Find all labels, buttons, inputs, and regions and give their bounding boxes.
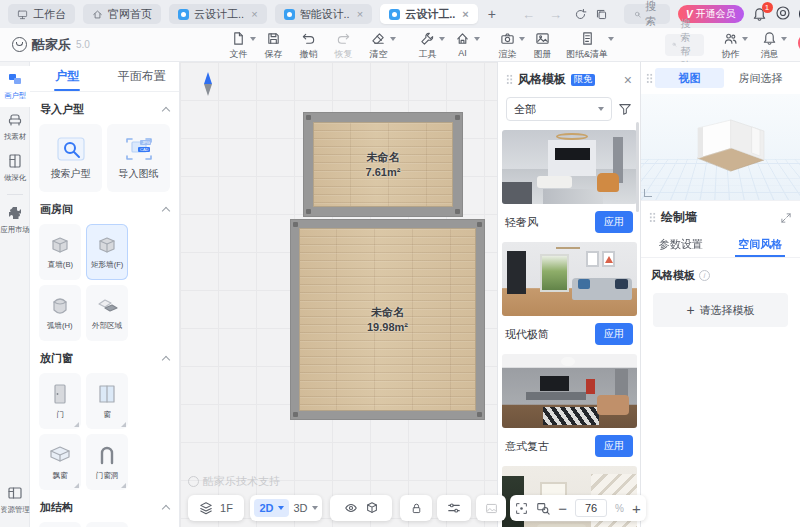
tool-arc-wall[interactable]: 弧墙(H)	[39, 285, 81, 341]
fit-view-icon[interactable]	[515, 502, 528, 515]
tab-layout[interactable]: 平面布置	[105, 62, 180, 91]
sidebar-item-resource-manager[interactable]: 资源管理	[0, 480, 30, 521]
view-3d-button[interactable]: 3D	[294, 502, 318, 514]
tab-cloud-design-1[interactable]: 云设计工.. ×	[169, 4, 267, 24]
bell-icon	[762, 31, 777, 46]
eye-icon[interactable]	[344, 501, 358, 515]
room-small[interactable]: 未命名 7.61m²	[303, 112, 463, 217]
browser-search-button[interactable]: 搜索	[624, 4, 670, 24]
tab-cloud-design-2-active[interactable]: 云设计工.. ×	[380, 4, 478, 24]
tab-parameters[interactable]: 参数设置	[641, 232, 721, 257]
tab-close-icon[interactable]: ×	[462, 8, 468, 20]
zoom-in-button[interactable]: +	[632, 501, 641, 516]
floorplan-canvas[interactable]: 未命名 7.61m² 未命名 19.98m² 酷家乐技术支持	[180, 62, 497, 527]
zoom-region-icon[interactable]	[536, 501, 550, 515]
sidebar-item-deepen[interactable]: 做深化	[0, 148, 30, 189]
app-toolbar: 酷家乐 5.0 文件 保存 撤销 恢复 清空	[0, 28, 800, 62]
tool-beam[interactable]: 梁	[86, 522, 128, 527]
viewport-resize-handle[interactable]	[644, 189, 652, 197]
door-icon	[47, 382, 73, 406]
cube-icon[interactable]	[365, 501, 379, 515]
scrollbar[interactable]	[636, 122, 639, 212]
tab-smart-design[interactable]: 智能设计.. ×	[275, 4, 373, 24]
render-button[interactable]: 渲染	[491, 29, 524, 61]
apply-button[interactable]: 应用	[595, 211, 633, 233]
template-thumbnail[interactable]	[502, 130, 637, 204]
album-button[interactable]: 图册	[526, 29, 559, 61]
redo-button[interactable]: 恢复	[327, 29, 360, 61]
tool-pillar[interactable]: 柱子	[39, 522, 81, 527]
zoom-level-input[interactable]	[575, 499, 607, 517]
drawings-list-button[interactable]: 图纸&清单	[561, 29, 613, 61]
tab-room-select[interactable]: 房间选择	[726, 68, 795, 88]
sidebar-item-draw-plan[interactable]: 画户型	[0, 66, 30, 107]
tab-view[interactable]: 视图	[655, 68, 724, 88]
lock-toggle[interactable]	[400, 495, 432, 521]
zoom-out-button[interactable]: −	[558, 501, 567, 516]
pinned-tab-workbench[interactable]: 工作台	[8, 4, 75, 24]
tab-space-style[interactable]: 空间风格	[721, 232, 800, 257]
template-card-light-luxury[interactable]: 轻奢风 应用	[502, 130, 636, 233]
tool-door[interactable]: 门	[39, 373, 81, 429]
close-icon[interactable]: ×	[624, 73, 632, 87]
3d-preview-viewport[interactable]	[641, 94, 800, 200]
drag-handle-icon[interactable]	[649, 212, 656, 223]
template-thumbnail[interactable]	[502, 354, 637, 428]
template-card-italian-retro[interactable]: 意式复古 应用	[502, 354, 636, 457]
room-large[interactable]: 未命名 19.98m²	[290, 219, 485, 420]
tool-search-floorplan[interactable]: 搜索户型	[39, 124, 102, 192]
display-settings-button[interactable]	[437, 495, 471, 521]
choose-template-button[interactable]: + 请选择模板	[653, 293, 788, 327]
tool-rect-wall-selected[interactable]: 矩形墙(F)	[86, 224, 128, 280]
help-search-box[interactable]: 搜索帮助	[665, 34, 704, 56]
tool-opening[interactable]: 门窗洞	[86, 434, 128, 490]
sidebar-item-app-market[interactable]: 应用市场	[0, 200, 30, 241]
drag-handle-icon[interactable]	[646, 73, 653, 84]
pinned-tab-home[interactable]: 官网首页	[83, 4, 161, 24]
section-import-floorplan[interactable]: 导入户型	[40, 102, 169, 117]
template-card-modern-minimal[interactable]: 现代极简 应用	[502, 242, 636, 345]
ai-button[interactable]: AI	[446, 29, 479, 58]
section-structures[interactable]: 加结构	[40, 500, 169, 515]
new-tab-button[interactable]: +	[486, 6, 498, 22]
tool-outdoor-area[interactable]: 外部区域	[86, 285, 128, 341]
nav-back-button[interactable]: ←	[522, 8, 535, 21]
duplicate-tab-button[interactable]	[595, 8, 608, 21]
chevron-up-icon	[162, 356, 170, 364]
nav-forward-button[interactable]: →	[549, 8, 562, 21]
apply-button[interactable]: 应用	[595, 435, 633, 457]
tool-window[interactable]: 窗	[86, 373, 128, 429]
undo-button[interactable]: 撤销	[292, 29, 325, 61]
sidebar-rail: 画户型 找素材 做深化 应用市场 资源管理	[0, 62, 30, 527]
expand-icon[interactable]	[780, 212, 792, 224]
section-doors-windows[interactable]: 放门窗	[40, 351, 169, 366]
view-2d-button[interactable]: 2D	[254, 499, 288, 517]
template-thumbnail[interactable]	[502, 242, 637, 316]
refresh-button[interactable]	[574, 8, 587, 21]
messages-button[interactable]: 消息	[753, 29, 786, 61]
property-panel: 视图 房间选择 绘制墙 参数设置	[640, 62, 800, 527]
main-area: 画户型 找素材 做深化 应用市场 资源管理 户型	[0, 62, 800, 527]
tool-bay-window[interactable]: 飘窗	[39, 434, 81, 490]
apply-button[interactable]: 应用	[595, 323, 633, 345]
collaborate-button[interactable]: 协作	[714, 29, 747, 61]
tool-straight-wall[interactable]: 直墙(B)	[39, 224, 81, 280]
background-image-button[interactable]	[476, 495, 506, 521]
tools-button[interactable]: 工具	[411, 29, 444, 61]
save-button[interactable]: 保存	[257, 29, 290, 61]
notifications-button[interactable]: 1	[752, 7, 767, 22]
clear-button[interactable]: 清空	[362, 29, 395, 61]
category-select[interactable]: 全部	[506, 97, 612, 121]
section-draw-room[interactable]: 画房间	[40, 202, 169, 217]
drag-handle-icon[interactable]	[506, 74, 513, 85]
file-button[interactable]: 文件	[222, 29, 255, 61]
support-button[interactable]	[775, 5, 791, 23]
style-label: 风格模板	[651, 268, 695, 283]
filter-icon[interactable]	[618, 102, 632, 116]
tab-close-icon[interactable]: ×	[357, 8, 363, 20]
sidebar-item-materials[interactable]: 找素材	[0, 107, 30, 148]
tab-close-icon[interactable]: ×	[251, 8, 257, 20]
floor-selector[interactable]: 1F	[188, 495, 244, 521]
tab-floorplan[interactable]: 户型	[30, 62, 105, 91]
tool-import-drawing[interactable]: JPG CAD 导入图纸	[107, 124, 170, 192]
